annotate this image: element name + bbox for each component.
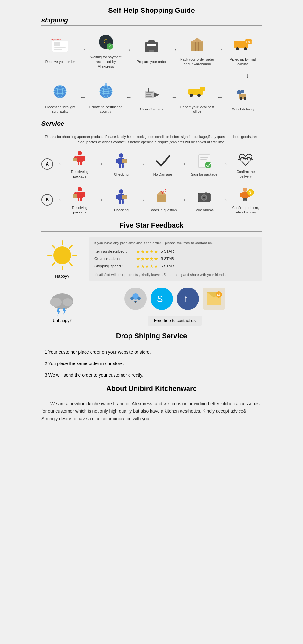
svg-text:?: ?: [161, 190, 164, 195]
svg-point-52: [119, 153, 123, 158]
service-label-confirm-a: Confirm the delivery: [231, 169, 260, 179]
star-row-2: Coumnication： ★★★★★ 5 STAR: [94, 256, 256, 262]
contact-icons-row: S f @: [124, 288, 225, 310]
prepare-icon: [140, 35, 163, 57]
page-title: Self-Help Shopping Guide: [41, 6, 262, 15]
svg-text:f: f: [185, 294, 187, 304]
svg-text:S: S: [157, 294, 163, 304]
about-text: We are a newborn kitchenware brand on Al…: [41, 400, 262, 423]
svg-rect-26: [240, 97, 242, 100]
svg-rect-29: [200, 87, 205, 91]
email-icon: @: [203, 288, 225, 310]
service-item-checking-a: Checking: [107, 152, 136, 176]
star-label-3: Shipping speed：: [94, 264, 136, 269]
svg-rect-57: [122, 164, 124, 168]
star-count-3: 5 STAR: [161, 264, 174, 268]
svg-rect-1: [54, 42, 60, 46]
svg-text:apeman: apeman: [51, 38, 61, 41]
svg-rect-77: [122, 195, 127, 199]
arrow-4: →: [217, 46, 223, 53]
arrow-3: →: [171, 46, 178, 53]
dropship-list: 1,Your customer place order on your webs…: [45, 348, 262, 379]
svg-rect-60: [200, 157, 208, 158]
nodamage-icon: [154, 152, 172, 171]
arrow-8: ←: [80, 94, 86, 101]
depart-icon: [186, 80, 208, 103]
service-row-b: B → Receiving p: [41, 185, 262, 215]
svg-text:?: ?: [164, 189, 166, 193]
svg-rect-65: [77, 192, 83, 198]
arrow-sa2: →: [139, 160, 145, 168]
arrow-2: →: [125, 46, 132, 53]
service-label-receiving-b: Receiving package: [65, 206, 94, 215]
service-label-checking-b: Checking: [114, 208, 129, 212]
service-label-b: B: [41, 194, 53, 206]
svg-point-31: [197, 94, 201, 97]
svg-rect-68: [78, 198, 79, 201]
arrow-sb1: →: [97, 196, 104, 204]
contact-label: Free free to contact us: [154, 318, 196, 323]
dropship-heading: Drop Shiping Service: [41, 332, 262, 340]
svg-rect-25: [241, 90, 244, 93]
svg-text:$: $: [104, 38, 107, 45]
flow-label-receive: Receive your order: [45, 59, 75, 64]
svg-rect-114: [135, 303, 137, 303]
sun-icon: [46, 239, 78, 271]
svg-rect-110: [133, 296, 138, 299]
service-item-receiving-b: Receiving package: [65, 185, 94, 215]
arrow-sa1: →: [97, 160, 104, 168]
receiving-a-icon: [71, 149, 89, 168]
svg-point-112: [137, 297, 141, 300]
flow-label-prepare: Prepare your order: [137, 59, 166, 64]
confirm-a-icon: [236, 149, 255, 168]
svg-line-103: [52, 263, 55, 265]
svg-rect-12: [149, 50, 154, 52]
arrow-down: ↓: [41, 72, 262, 79]
unhappy-left: Unhappy?: [41, 290, 83, 323]
svg-rect-86: [205, 192, 207, 193]
star-label-2: Coumnication：: [94, 256, 136, 262]
svg-rect-2: [54, 47, 66, 48]
svg-rect-15: [196, 38, 199, 51]
svg-rect-62: [200, 161, 207, 161]
receive-icon: apeman: [49, 35, 71, 57]
svg-point-22: [244, 47, 247, 50]
svg-marker-36: [154, 92, 159, 97]
service-label-question: Goods in question: [149, 208, 177, 212]
stars-1: ★★★★★: [136, 249, 158, 255]
arrow-sb3: →: [180, 196, 187, 204]
flow-label-out-delivery: Out of delivery: [232, 107, 254, 111]
svg-rect-61: [200, 159, 207, 160]
service-items-a: Receiveing package →: [64, 149, 262, 179]
svg-rect-88: [242, 192, 248, 198]
service-item-nodamage: No Damage: [148, 152, 177, 176]
svg-rect-67: [83, 192, 85, 197]
svg-rect-56: [119, 164, 121, 168]
shipping-heading: shipping: [41, 17, 262, 24]
svg-point-64: [78, 187, 82, 191]
contact-box: Free free to contact us: [148, 316, 202, 326]
svg-rect-35: [146, 96, 152, 97]
service-label-videos: Take Videos: [195, 208, 214, 212]
happy-content: Happy? if you have any problems about th…: [41, 237, 262, 281]
svg-point-42: [54, 85, 66, 98]
flow-item-receive: apeman Receive your order: [42, 35, 78, 64]
svg-rect-58: [122, 159, 127, 163]
drop-item-2: 2,You place the same order in our store.: [45, 359, 262, 368]
flow-label-depart: Depart your local post office: [180, 105, 215, 114]
arrow-sb2: →: [139, 196, 145, 204]
feedback-heading: Five Star Feedback: [41, 221, 262, 229]
flow-label-mail: Picjed up by mail service: [225, 57, 261, 66]
flow-label-pack: Pack your order order at our warehouse: [180, 57, 215, 66]
service-label-a: A: [41, 158, 53, 170]
svg-text:@: @: [217, 292, 220, 297]
unhappy-content: Unhappy?: [41, 288, 262, 326]
unhappy-label: Unhappy?: [41, 318, 83, 323]
about-heading: About Unibird Kitchenware: [41, 385, 262, 393]
arrow-7: ←: [125, 94, 132, 101]
svg-rect-10: [148, 40, 155, 43]
svg-rect-46: [77, 156, 83, 162]
star-row-3: Shipping speed： ★★★★★ 5 STAR: [94, 263, 256, 269]
feedback-footer: If satisfied with our products，kindly le…: [94, 273, 256, 277]
about-section: About Unibird Kitchenware We are a newbo…: [41, 385, 262, 423]
